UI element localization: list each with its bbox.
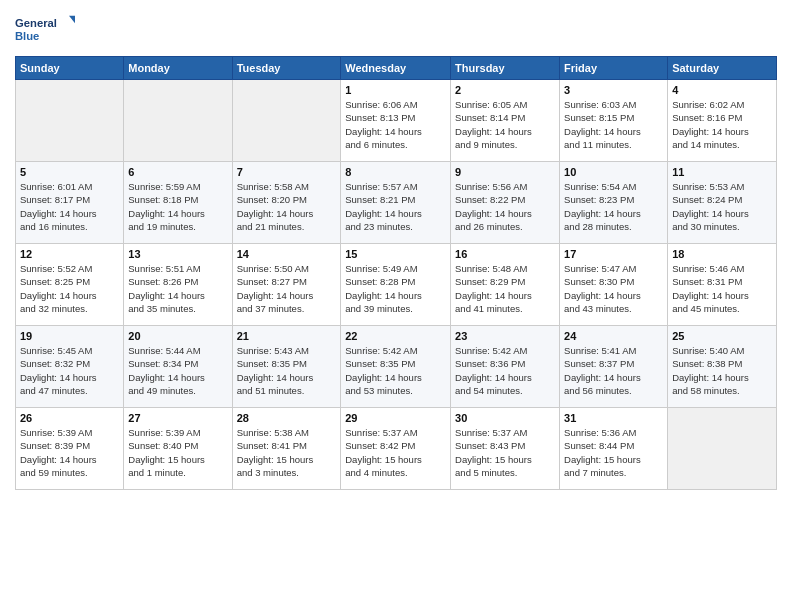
day-number: 16 xyxy=(455,248,555,260)
svg-marker-2 xyxy=(69,16,75,24)
day-info: Sunrise: 6:05 AM Sunset: 8:14 PM Dayligh… xyxy=(455,98,555,151)
calendar-table: SundayMondayTuesdayWednesdayThursdayFrid… xyxy=(15,56,777,490)
calendar-cell: 17Sunrise: 5:47 AM Sunset: 8:30 PM Dayli… xyxy=(560,244,668,326)
page-container: General Blue SundayMondayTuesdayWednesda… xyxy=(0,0,792,612)
header: General Blue xyxy=(15,10,777,50)
calendar-cell: 14Sunrise: 5:50 AM Sunset: 8:27 PM Dayli… xyxy=(232,244,341,326)
calendar-cell: 10Sunrise: 5:54 AM Sunset: 8:23 PM Dayli… xyxy=(560,162,668,244)
day-number: 26 xyxy=(20,412,119,424)
svg-text:General: General xyxy=(15,17,57,29)
day-info: Sunrise: 5:45 AM Sunset: 8:32 PM Dayligh… xyxy=(20,344,119,397)
day-number: 5 xyxy=(20,166,119,178)
day-info: Sunrise: 5:54 AM Sunset: 8:23 PM Dayligh… xyxy=(564,180,663,233)
day-number: 7 xyxy=(237,166,337,178)
day-number: 2 xyxy=(455,84,555,96)
day-info: Sunrise: 5:56 AM Sunset: 8:22 PM Dayligh… xyxy=(455,180,555,233)
day-number: 21 xyxy=(237,330,337,342)
calendar-cell: 9Sunrise: 5:56 AM Sunset: 8:22 PM Daylig… xyxy=(451,162,560,244)
day-info: Sunrise: 5:39 AM Sunset: 8:40 PM Dayligh… xyxy=(128,426,227,479)
day-info: Sunrise: 5:49 AM Sunset: 8:28 PM Dayligh… xyxy=(345,262,446,315)
calendar-cell: 20Sunrise: 5:44 AM Sunset: 8:34 PM Dayli… xyxy=(124,326,232,408)
day-number: 30 xyxy=(455,412,555,424)
day-of-week-header: Tuesday xyxy=(232,57,341,80)
day-number: 19 xyxy=(20,330,119,342)
calendar-header-row: SundayMondayTuesdayWednesdayThursdayFrid… xyxy=(16,57,777,80)
calendar-cell: 30Sunrise: 5:37 AM Sunset: 8:43 PM Dayli… xyxy=(451,408,560,490)
calendar-cell: 2Sunrise: 6:05 AM Sunset: 8:14 PM Daylig… xyxy=(451,80,560,162)
calendar-cell: 26Sunrise: 5:39 AM Sunset: 8:39 PM Dayli… xyxy=(16,408,124,490)
day-number: 3 xyxy=(564,84,663,96)
day-number: 14 xyxy=(237,248,337,260)
day-info: Sunrise: 5:41 AM Sunset: 8:37 PM Dayligh… xyxy=(564,344,663,397)
calendar-cell: 3Sunrise: 6:03 AM Sunset: 8:15 PM Daylig… xyxy=(560,80,668,162)
day-number: 4 xyxy=(672,84,772,96)
day-number: 31 xyxy=(564,412,663,424)
calendar-cell: 11Sunrise: 5:53 AM Sunset: 8:24 PM Dayli… xyxy=(668,162,777,244)
day-info: Sunrise: 5:47 AM Sunset: 8:30 PM Dayligh… xyxy=(564,262,663,315)
calendar-cell: 22Sunrise: 5:42 AM Sunset: 8:35 PM Dayli… xyxy=(341,326,451,408)
day-info: Sunrise: 5:39 AM Sunset: 8:39 PM Dayligh… xyxy=(20,426,119,479)
calendar-cell: 1Sunrise: 6:06 AM Sunset: 8:13 PM Daylig… xyxy=(341,80,451,162)
day-info: Sunrise: 5:58 AM Sunset: 8:20 PM Dayligh… xyxy=(237,180,337,233)
day-of-week-header: Sunday xyxy=(16,57,124,80)
day-number: 9 xyxy=(455,166,555,178)
day-info: Sunrise: 5:57 AM Sunset: 8:21 PM Dayligh… xyxy=(345,180,446,233)
calendar-cell: 12Sunrise: 5:52 AM Sunset: 8:25 PM Dayli… xyxy=(16,244,124,326)
day-info: Sunrise: 5:37 AM Sunset: 8:42 PM Dayligh… xyxy=(345,426,446,479)
day-info: Sunrise: 6:02 AM Sunset: 8:16 PM Dayligh… xyxy=(672,98,772,151)
calendar-week-row: 19Sunrise: 5:45 AM Sunset: 8:32 PM Dayli… xyxy=(16,326,777,408)
day-info: Sunrise: 5:38 AM Sunset: 8:41 PM Dayligh… xyxy=(237,426,337,479)
day-number: 17 xyxy=(564,248,663,260)
day-number: 18 xyxy=(672,248,772,260)
day-of-week-header: Monday xyxy=(124,57,232,80)
day-of-week-header: Friday xyxy=(560,57,668,80)
calendar-cell: 21Sunrise: 5:43 AM Sunset: 8:35 PM Dayli… xyxy=(232,326,341,408)
day-number: 22 xyxy=(345,330,446,342)
calendar-cell: 31Sunrise: 5:36 AM Sunset: 8:44 PM Dayli… xyxy=(560,408,668,490)
calendar-cell: 15Sunrise: 5:49 AM Sunset: 8:28 PM Dayli… xyxy=(341,244,451,326)
day-info: Sunrise: 5:51 AM Sunset: 8:26 PM Dayligh… xyxy=(128,262,227,315)
day-of-week-header: Saturday xyxy=(668,57,777,80)
logo: General Blue xyxy=(15,10,75,50)
calendar-cell: 25Sunrise: 5:40 AM Sunset: 8:38 PM Dayli… xyxy=(668,326,777,408)
day-number: 28 xyxy=(237,412,337,424)
calendar-cell xyxy=(668,408,777,490)
day-number: 8 xyxy=(345,166,446,178)
calendar-cell: 6Sunrise: 5:59 AM Sunset: 8:18 PM Daylig… xyxy=(124,162,232,244)
day-number: 6 xyxy=(128,166,227,178)
day-info: Sunrise: 5:42 AM Sunset: 8:35 PM Dayligh… xyxy=(345,344,446,397)
calendar-cell: 5Sunrise: 6:01 AM Sunset: 8:17 PM Daylig… xyxy=(16,162,124,244)
calendar-cell: 23Sunrise: 5:42 AM Sunset: 8:36 PM Dayli… xyxy=(451,326,560,408)
day-info: Sunrise: 5:50 AM Sunset: 8:27 PM Dayligh… xyxy=(237,262,337,315)
day-number: 25 xyxy=(672,330,772,342)
calendar-cell: 27Sunrise: 5:39 AM Sunset: 8:40 PM Dayli… xyxy=(124,408,232,490)
calendar-cell xyxy=(16,80,124,162)
day-number: 27 xyxy=(128,412,227,424)
day-info: Sunrise: 5:36 AM Sunset: 8:44 PM Dayligh… xyxy=(564,426,663,479)
calendar-cell: 13Sunrise: 5:51 AM Sunset: 8:26 PM Dayli… xyxy=(124,244,232,326)
svg-text:Blue: Blue xyxy=(15,30,39,42)
day-number: 20 xyxy=(128,330,227,342)
calendar-week-row: 1Sunrise: 6:06 AM Sunset: 8:13 PM Daylig… xyxy=(16,80,777,162)
day-info: Sunrise: 5:52 AM Sunset: 8:25 PM Dayligh… xyxy=(20,262,119,315)
day-number: 24 xyxy=(564,330,663,342)
calendar-cell: 19Sunrise: 5:45 AM Sunset: 8:32 PM Dayli… xyxy=(16,326,124,408)
day-info: Sunrise: 6:06 AM Sunset: 8:13 PM Dayligh… xyxy=(345,98,446,151)
day-of-week-header: Thursday xyxy=(451,57,560,80)
day-info: Sunrise: 5:46 AM Sunset: 8:31 PM Dayligh… xyxy=(672,262,772,315)
day-info: Sunrise: 5:59 AM Sunset: 8:18 PM Dayligh… xyxy=(128,180,227,233)
calendar-cell: 8Sunrise: 5:57 AM Sunset: 8:21 PM Daylig… xyxy=(341,162,451,244)
day-number: 11 xyxy=(672,166,772,178)
day-number: 12 xyxy=(20,248,119,260)
calendar-cell: 28Sunrise: 5:38 AM Sunset: 8:41 PM Dayli… xyxy=(232,408,341,490)
calendar-week-row: 12Sunrise: 5:52 AM Sunset: 8:25 PM Dayli… xyxy=(16,244,777,326)
logo-svg: General Blue xyxy=(15,10,75,50)
calendar-week-row: 5Sunrise: 6:01 AM Sunset: 8:17 PM Daylig… xyxy=(16,162,777,244)
calendar-cell: 16Sunrise: 5:48 AM Sunset: 8:29 PM Dayli… xyxy=(451,244,560,326)
day-info: Sunrise: 5:37 AM Sunset: 8:43 PM Dayligh… xyxy=(455,426,555,479)
day-info: Sunrise: 5:43 AM Sunset: 8:35 PM Dayligh… xyxy=(237,344,337,397)
calendar-cell: 4Sunrise: 6:02 AM Sunset: 8:16 PM Daylig… xyxy=(668,80,777,162)
day-info: Sunrise: 5:53 AM Sunset: 8:24 PM Dayligh… xyxy=(672,180,772,233)
calendar-cell: 18Sunrise: 5:46 AM Sunset: 8:31 PM Dayli… xyxy=(668,244,777,326)
day-number: 23 xyxy=(455,330,555,342)
